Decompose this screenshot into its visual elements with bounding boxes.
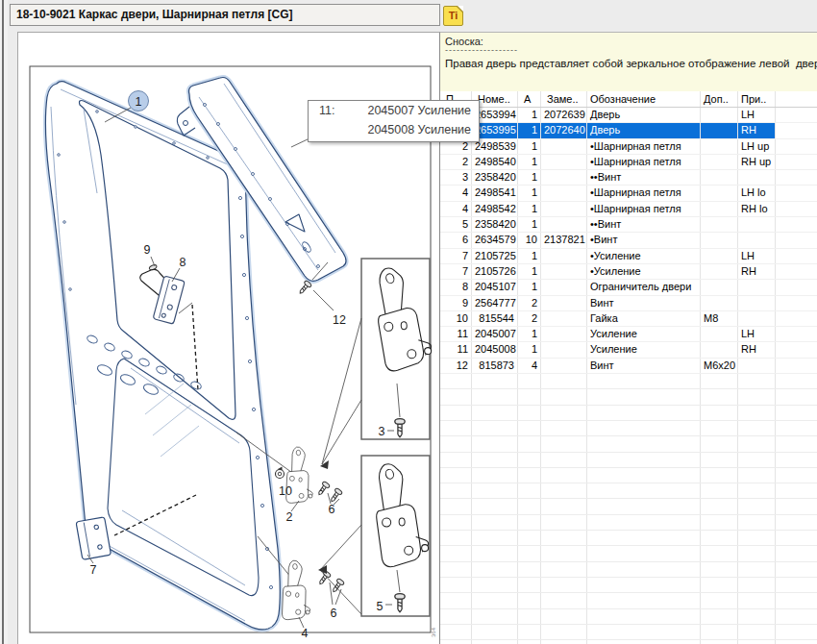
cell-empty bbox=[518, 531, 541, 545]
cell-filler bbox=[776, 249, 817, 263]
cell-empty bbox=[738, 593, 776, 607]
part-label-6-lower[interactable]: 6 bbox=[331, 607, 337, 620]
cell-filler bbox=[776, 296, 817, 310]
table-row[interactable]: 128158734ВинтM6x20 bbox=[440, 359, 817, 374]
column-header-dop[interactable]: Доп.. bbox=[701, 91, 738, 107]
cell-repl: 2072640 bbox=[541, 123, 587, 137]
column-header-pri[interactable]: При.. bbox=[738, 91, 776, 107]
part-label-3[interactable]: 3 bbox=[379, 425, 385, 438]
table-row[interactable]: 62634579102137821•Винт bbox=[440, 233, 817, 248]
table-row[interactable]: 265399412072639ДверьLH bbox=[440, 108, 817, 123]
cell-desc: Винт bbox=[587, 296, 701, 310]
table-row[interactable]: 721057251•УсилениеLH bbox=[440, 249, 817, 264]
table-row[interactable]: 523584201••Винт bbox=[440, 217, 817, 233]
table-row[interactable]: 925647772Винт bbox=[440, 296, 817, 311]
cell-filler bbox=[776, 359, 817, 373]
table-row[interactable]: 224985401•Шарнирная петляRH up bbox=[440, 155, 817, 170]
part-label-4[interactable]: 4 bbox=[302, 627, 309, 640]
column-header-a[interactable]: А bbox=[518, 91, 541, 107]
cell-empty bbox=[587, 593, 701, 607]
cell-empty bbox=[541, 578, 587, 592]
cell-pri: RH bbox=[738, 264, 776, 279]
cell-empty bbox=[440, 546, 472, 560]
table-row-empty bbox=[440, 640, 817, 644]
tooltip-pos-spacer bbox=[309, 120, 361, 139]
cell-empty bbox=[472, 625, 518, 639]
column-header-filler bbox=[776, 91, 817, 107]
table-row[interactable]: 224985391•Шарнирная петляLH up bbox=[440, 139, 817, 155]
table-row[interactable]: 108155442ГайкаM8 bbox=[440, 311, 817, 327]
table-row-empty bbox=[440, 593, 817, 608]
cell-pri: LH bbox=[738, 327, 776, 341]
cell-a: 4 bbox=[518, 359, 541, 373]
cell-dop bbox=[701, 139, 738, 154]
table-row-empty bbox=[440, 578, 817, 593]
table-row[interactable]: 323584201••Винт bbox=[440, 170, 817, 186]
cell-filler bbox=[776, 609, 817, 624]
cell-a: 2 bbox=[518, 311, 541, 326]
cell-empty bbox=[587, 406, 701, 420]
part-label-8[interactable]: 8 bbox=[180, 256, 186, 269]
title-info-button[interactable]: Ti bbox=[443, 6, 463, 26]
cell-desc: •Винт bbox=[587, 233, 701, 247]
part-label-5[interactable]: 5 bbox=[377, 600, 384, 613]
cell-empty bbox=[738, 389, 776, 404]
table-row[interactable]: 265399512072640ДверьRH bbox=[440, 123, 817, 138]
cell-num: 2498541 bbox=[472, 186, 518, 200]
part-label-10[interactable]: 10 bbox=[279, 484, 292, 498]
part-label-12[interactable]: 12 bbox=[333, 313, 346, 327]
table-row[interactable]: 1120450081УсилениеRH bbox=[440, 342, 817, 358]
cell-pos: 6 bbox=[440, 233, 472, 247]
cell-empty bbox=[541, 374, 587, 388]
cell-repl bbox=[541, 296, 587, 310]
cell-repl bbox=[541, 311, 587, 326]
part-label-2[interactable]: 2 bbox=[286, 510, 293, 524]
cell-empty bbox=[440, 453, 472, 467]
part-label-6-upper[interactable]: 6 bbox=[329, 503, 335, 516]
cell-empty bbox=[440, 515, 472, 530]
cell-empty bbox=[738, 436, 776, 451]
cell-empty bbox=[541, 406, 587, 420]
cell-filler bbox=[776, 202, 817, 216]
cell-dop bbox=[701, 342, 738, 357]
cell-empty bbox=[701, 640, 738, 644]
cell-desc: ••Винт bbox=[587, 217, 701, 232]
cell-dop bbox=[701, 233, 738, 247]
cell-pri: RH bbox=[738, 342, 776, 357]
table-row[interactable]: 424985421•Шарнирная петляRH lo bbox=[440, 202, 817, 217]
part-label-7[interactable]: 7 bbox=[90, 563, 97, 577]
cell-empty bbox=[701, 374, 738, 388]
cell-empty bbox=[587, 562, 701, 577]
cell-num: 2045007 bbox=[472, 327, 518, 341]
cell-empty bbox=[701, 499, 738, 513]
cell-filler bbox=[776, 578, 817, 592]
section-title-field[interactable]: 18-10-9021 Каркас двери, Шарнирная петля… bbox=[10, 4, 440, 26]
table-row[interactable]: 1120450071УсилениеLH bbox=[440, 327, 817, 342]
table-row-empty bbox=[440, 389, 817, 405]
cell-pos: 9 bbox=[440, 296, 472, 310]
cell-empty bbox=[518, 640, 541, 644]
table-row[interactable]: 424985411•Шарнирная петляLH lo bbox=[440, 186, 817, 201]
cell-empty bbox=[738, 453, 776, 467]
cell-repl bbox=[541, 327, 587, 341]
cell-a: 1 bbox=[518, 202, 541, 216]
cell-repl bbox=[541, 217, 587, 232]
cell-empty bbox=[472, 453, 518, 467]
table-row[interactable]: 820451071Ограничитель двери bbox=[440, 280, 817, 295]
parts-table: П..Номе..АЗаме..ОбозначениеДоп..При.. 26… bbox=[440, 91, 817, 644]
footnote-divider: ------------------- bbox=[445, 47, 817, 54]
cell-pos: 5 bbox=[440, 217, 472, 232]
part-label-9[interactable]: 9 bbox=[144, 243, 151, 257]
cell-empty bbox=[587, 483, 701, 498]
cell-desc: Ограничитель двери bbox=[587, 280, 701, 294]
cell-repl bbox=[541, 186, 587, 200]
cell-pos: 4 bbox=[440, 202, 472, 216]
column-header-desc[interactable]: Обозначение bbox=[587, 91, 701, 107]
table-row[interactable]: 721057261•УсилениеRH bbox=[440, 264, 817, 280]
left-splitter[interactable] bbox=[0, 0, 8, 644]
cell-empty bbox=[701, 468, 738, 483]
cell-empty bbox=[541, 515, 587, 530]
cell-pri: LH up bbox=[738, 139, 776, 154]
column-header-repl[interactable]: Заме.. bbox=[541, 91, 587, 107]
cell-empty bbox=[541, 483, 587, 498]
